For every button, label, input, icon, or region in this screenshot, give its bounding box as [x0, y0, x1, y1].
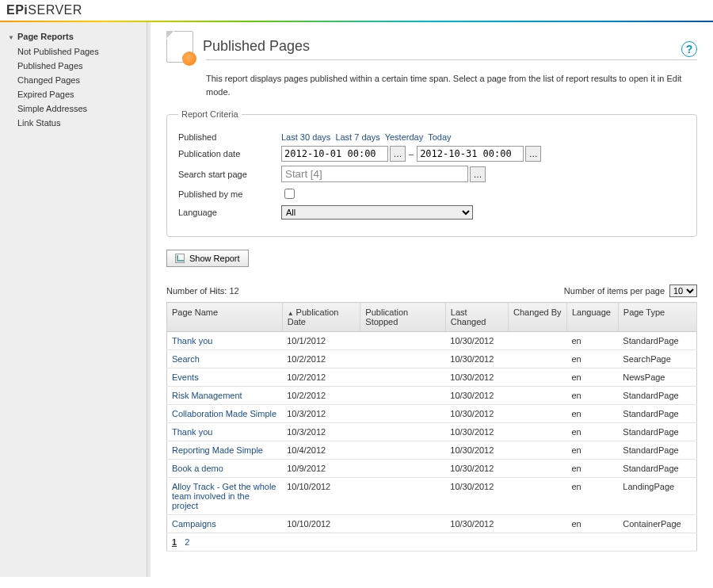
- pager-page[interactable]: 2: [185, 537, 189, 547]
- page-description: This report displays pages published wit…: [166, 67, 697, 109]
- start-page-input[interactable]: [281, 166, 468, 182]
- table-row: Search10/2/201210/30/2012enSearchPage: [167, 350, 697, 368]
- date-from-input[interactable]: [281, 146, 388, 162]
- table-row: Collaboration Made Simple10/3/201210/30/…: [167, 405, 697, 423]
- table-row: Reporting Made Simple10/4/201210/30/2012…: [167, 441, 697, 460]
- sidebar-item[interactable]: Simple Addresses: [0, 101, 147, 116]
- table-row: Alloy Track - Get the whole team involve…: [167, 478, 697, 515]
- label-language: Language: [178, 208, 281, 217]
- brand-label: EPiSERVER: [6, 3, 82, 17]
- per-page-label: Number of items per page: [564, 286, 665, 296]
- show-report-label: Show Report: [189, 254, 240, 263]
- column-header[interactable]: Publication Date: [282, 303, 360, 332]
- label-search-start-page: Search start page: [178, 170, 281, 179]
- results-table: Page NamePublication DatePublication Sto…: [166, 302, 697, 552]
- table-row: Events10/2/201210/30/2012enNewsPage: [167, 368, 697, 387]
- page-link[interactable]: Campaigns: [172, 519, 216, 529]
- published-by-me-checkbox[interactable]: [284, 189, 295, 199]
- report-icon: [175, 254, 185, 263]
- page-link[interactable]: Collaboration Made Simple: [172, 409, 276, 418]
- report-criteria: Report Criteria Published Last 30 daysLa…: [166, 109, 697, 237]
- start-page-browse-button[interactable]: …: [470, 166, 486, 182]
- date-to-input[interactable]: [417, 146, 524, 162]
- published-quicklink[interactable]: Today: [428, 132, 451, 142]
- page-link[interactable]: Reporting Made Simple: [172, 445, 263, 455]
- page-link[interactable]: Alloy Track - Get the whole team involve…: [172, 482, 276, 510]
- pager: 12: [167, 533, 697, 552]
- table-row: Thank you10/3/201210/30/2012enStandardPa…: [167, 423, 697, 441]
- column-header[interactable]: Language: [566, 303, 618, 332]
- page-link[interactable]: Search: [172, 354, 200, 364]
- label-published-by-me: Published by me: [178, 189, 281, 199]
- help-icon[interactable]: ?: [681, 41, 697, 57]
- published-pages-icon: [166, 31, 193, 63]
- page-link[interactable]: Book a demo: [172, 464, 223, 473]
- published-quicklink[interactable]: Yesterday: [385, 132, 424, 142]
- column-header[interactable]: Publication Stopped: [360, 303, 445, 332]
- sidebar-item[interactable]: Changed Pages: [0, 73, 147, 87]
- table-row: Thank you10/1/201210/30/2012enStandardPa…: [167, 332, 697, 350]
- criteria-legend: Report Criteria: [178, 109, 242, 119]
- show-report-button[interactable]: Show Report: [166, 250, 249, 267]
- table-row: Risk Management10/2/201210/30/2012enStan…: [167, 387, 697, 405]
- date-from-picker-button[interactable]: …: [390, 146, 406, 162]
- label-publication-date: Publication date: [178, 149, 281, 158]
- per-page-select[interactable]: 10: [669, 284, 697, 297]
- hit-count: Number of Hits: 12: [166, 286, 564, 296]
- sidebar-item[interactable]: Expired Pages: [0, 87, 147, 101]
- published-quicklink[interactable]: Last 7 days: [335, 132, 379, 142]
- page-link[interactable]: Risk Management: [172, 391, 242, 400]
- sidebar-item[interactable]: Not Published Pages: [0, 44, 147, 59]
- page-title: Published Pages: [203, 38, 672, 55]
- main-content: Published Pages ? This report displays p…: [147, 22, 713, 577]
- column-header[interactable]: Page Type: [618, 303, 696, 332]
- published-quicklinks: Last 30 daysLast 7 daysYesterdayToday: [281, 132, 456, 142]
- page-link[interactable]: Thank you: [172, 336, 212, 346]
- table-row: Book a demo10/9/201210/30/2012enStandard…: [167, 460, 697, 478]
- sidebar-item[interactable]: Published Pages: [0, 59, 147, 73]
- sidebar-section-title[interactable]: Page Reports: [0, 29, 147, 44]
- sidebar: Page Reports Not Published PagesPublishe…: [0, 22, 147, 577]
- sidebar-item[interactable]: Link Status: [0, 116, 147, 130]
- page-link[interactable]: Thank you: [172, 427, 212, 437]
- date-to-picker-button[interactable]: …: [525, 146, 541, 162]
- column-header[interactable]: Changed By: [509, 303, 567, 332]
- app-header: EPiSERVER: [0, 0, 713, 22]
- language-select[interactable]: All: [281, 205, 473, 220]
- column-header[interactable]: Page Name: [167, 303, 283, 332]
- page-link[interactable]: Events: [172, 372, 199, 382]
- label-published: Published: [178, 132, 281, 142]
- date-range-separator: –: [409, 149, 414, 158]
- table-row: Campaigns10/10/201210/30/2012enContainer…: [167, 515, 697, 533]
- column-header[interactable]: Last Changed: [445, 303, 508, 332]
- published-quicklink[interactable]: Last 30 days: [281, 132, 330, 142]
- pager-page[interactable]: 1: [172, 537, 177, 547]
